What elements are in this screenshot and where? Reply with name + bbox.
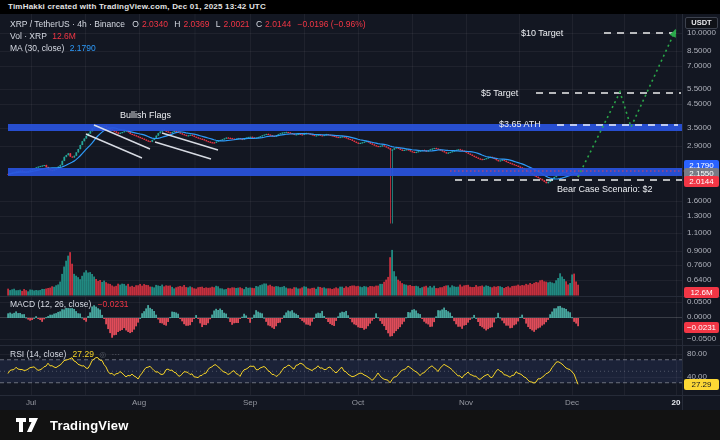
- open-value: 2.0340: [142, 19, 168, 29]
- axis-tick: 0.6400: [687, 275, 720, 284]
- low-value: 2.0021: [224, 19, 250, 29]
- rsi-value-badge: 27.29: [684, 379, 719, 390]
- rsi-label[interactable]: RSI (14, close): [10, 349, 66, 359]
- channel-band-support[interactable]: [8, 168, 682, 176]
- eye-icon[interactable]: ◎: [99, 350, 106, 359]
- low-label: L: [216, 19, 221, 29]
- pane-separator-macd[interactable]: [0, 296, 720, 297]
- axis-tick: 5.5000: [687, 84, 720, 93]
- axis-tick: 0.0000: [687, 312, 720, 321]
- axis-tick: 10.0000: [687, 28, 720, 37]
- chart-canvas[interactable]: [0, 14, 682, 395]
- change-value: −0.0196 (−0.96%): [297, 19, 365, 29]
- time-tick: Jul: [18, 398, 44, 407]
- legend-row-ma: MA (30, close) 2.1790: [10, 42, 366, 54]
- time-tick: Sep: [237, 398, 263, 407]
- annotation-ath[interactable]: $3.65 ATH: [499, 119, 541, 129]
- tradingview-snapshot: TimHakki created with TradingView.com, D…: [0, 0, 720, 440]
- axis-tick: 0.9000: [687, 246, 720, 255]
- macd-value: −0.0231: [98, 299, 129, 309]
- time-tick: Oct: [345, 398, 371, 407]
- annotation-5-target[interactable]: $5 Target: [481, 88, 518, 98]
- axis-tick: 8.5000: [687, 46, 720, 55]
- axis-tick: 3.5000: [687, 123, 720, 132]
- annotation-10-target[interactable]: $10 Target: [521, 28, 563, 38]
- time-tick: Aug: [126, 398, 152, 407]
- macd-value-badge: −0.0231: [684, 322, 719, 333]
- pane-separator-rsi[interactable]: [0, 345, 720, 346]
- time-tick: 20: [663, 398, 689, 407]
- axis-tick: 0.7600: [687, 260, 720, 269]
- legend-row-ohlc: XRP / TetherUS · 4h · Binance O2.0340 H2…: [10, 18, 366, 30]
- channel-band-ath[interactable]: [8, 124, 682, 131]
- rsi-value: 27.29: [73, 349, 94, 359]
- axis-tick: 80.00: [687, 349, 720, 358]
- rsi-pane-legend: RSI (14, close) 27.29 ◎ ⋯: [10, 349, 120, 359]
- open-label: O: [132, 19, 139, 29]
- time-tick: Nov: [453, 398, 479, 407]
- axis-tick: 2.9000: [687, 141, 720, 150]
- macd-pane-legend: MACD (12, 26, close) −0.0231: [10, 299, 129, 309]
- high-label: H: [174, 19, 180, 29]
- axis-tick: 0.0500: [687, 297, 720, 306]
- more-icon[interactable]: ⋯: [112, 350, 120, 359]
- volume-value: 12.6M: [52, 31, 76, 41]
- high-value: 2.0369: [183, 19, 209, 29]
- tradingview-wordmark[interactable]: TradingView: [50, 418, 129, 433]
- axis-tick: −0.0500: [687, 334, 720, 343]
- symbol-title[interactable]: XRP / TetherUS · 4h · Binance: [10, 19, 125, 29]
- ma-label[interactable]: MA (30, close): [10, 43, 64, 53]
- footer-bar: TradingView: [0, 410, 720, 440]
- axis-tick: 7.0000: [687, 61, 720, 70]
- currency-toggle-button[interactable]: USDT: [685, 17, 718, 29]
- macd-label[interactable]: MACD (12, 26, close): [10, 299, 91, 309]
- last-price-badge: 2.0144: [684, 176, 719, 187]
- close-value: 2.0144: [265, 19, 291, 29]
- time-tick: Dec: [559, 398, 585, 407]
- legend-row-volume: Vol · XRP 12.6M: [10, 30, 366, 42]
- attribution-bar: TimHakki created with TradingView.com, D…: [0, 0, 720, 14]
- volume-label[interactable]: Vol · XRP: [10, 31, 47, 41]
- axis-tick: 1.6000: [687, 196, 720, 205]
- volume-badge: 12.6M: [684, 287, 719, 298]
- axis-tick: 4.5000: [687, 99, 720, 108]
- annotation-bear-case[interactable]: Bear Case Scenario: $2: [557, 184, 653, 194]
- tradingview-logo-icon[interactable]: [16, 418, 42, 432]
- annotation-bullish-flags[interactable]: Bullish Flags: [120, 110, 171, 120]
- time-axis[interactable]: JulAugSepOctNovDec20: [0, 395, 720, 410]
- price-axis-border: [682, 14, 683, 410]
- ma-value: 2.1790: [70, 43, 96, 53]
- axis-tick: 1.3000: [687, 211, 720, 220]
- symbol-legend: XRP / TetherUS · 4h · Binance O2.0340 H2…: [10, 18, 366, 54]
- close-label: C: [256, 19, 262, 29]
- attribution-text: TimHakki created with TradingView.com, D…: [8, 2, 266, 11]
- axis-tick: 1.1000: [687, 228, 720, 237]
